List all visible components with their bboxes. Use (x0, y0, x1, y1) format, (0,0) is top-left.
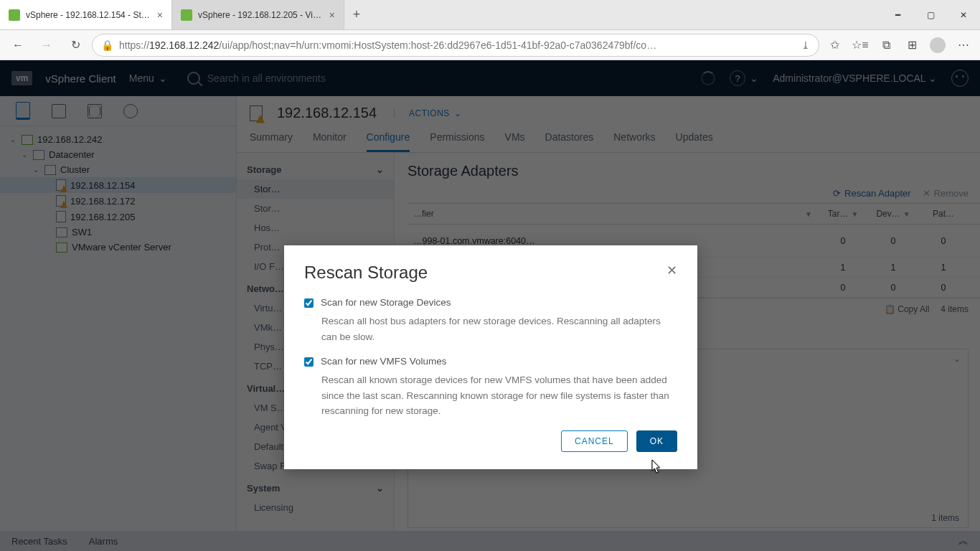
forward-button[interactable]: → (34, 33, 59, 57)
back-button[interactable]: ← (6, 33, 30, 57)
minimize-button[interactable]: ━ (881, 0, 914, 29)
url-input[interactable]: 🔒 https://192.168.12.242/ui/app/host;nav… (92, 34, 819, 57)
ok-button[interactable]: OK (636, 430, 677, 452)
modal-header: Rescan Storage ✕ (304, 263, 677, 283)
close-icon[interactable]: ✕ (666, 263, 677, 278)
app-shell: vm vSphere Client Menu⌄ Search in all en… (0, 60, 980, 551)
refresh-button[interactable]: ↻ (63, 33, 88, 57)
close-button[interactable]: ✕ (947, 0, 980, 29)
scan-devices-checkbox[interactable] (304, 298, 314, 308)
modal-title: Rescan Storage (304, 263, 428, 283)
new-tab-button[interactable]: + (344, 0, 369, 29)
scan-vmfs-checkbox[interactable] (304, 357, 314, 367)
favorite-star-icon[interactable]: ✩ (824, 34, 845, 56)
option-scan-devices[interactable]: Scan for new Storage Devices (304, 297, 677, 308)
lock-icon: 🔒 (101, 39, 113, 51)
modal-body: Scan for new Storage Devices Rescan all … (304, 283, 677, 419)
extensions-icon[interactable]: ⊞ (901, 34, 923, 56)
window-controls: ━ ▢ ✕ (881, 0, 980, 29)
scan-vmfs-label: Scan for new VMFS Volumes (321, 356, 447, 367)
collections-icon[interactable]: ⧉ (875, 34, 897, 56)
scan-vmfs-description: Rescan all known storage devices for new… (304, 372, 677, 419)
address-bar: ← → ↻ 🔒 https://192.168.12.242/ui/app/ho… (0, 30, 980, 60)
modal-actions: CANCEL OK (304, 430, 677, 452)
rescan-storage-dialog: Rescan Storage ✕ Scan for new Storage De… (284, 245, 697, 469)
scan-devices-label: Scan for new Storage Devices (321, 297, 451, 308)
browser-tabs-bar: vSphere - 192.168.12.154 - Stora… × vSph… (0, 0, 980, 30)
url-text: https://192.168.12.242/ui/app/host;nav=h… (119, 39, 796, 51)
favicon-icon (181, 9, 192, 21)
maximize-button[interactable]: ▢ (914, 0, 947, 29)
tab-label: vSphere - 192.168.12.154 - Stora… (26, 10, 151, 20)
scan-devices-description: Rescan all host bus adapters for new sto… (304, 314, 677, 344)
cancel-button[interactable]: CANCEL (561, 430, 628, 452)
option-scan-vmfs[interactable]: Scan for new VMFS Volumes (304, 356, 677, 367)
browser-tab-1[interactable]: vSphere - 192.168.12.205 - Virtu… × (172, 0, 344, 29)
reader-icon[interactable]: ⤓ (801, 39, 810, 51)
close-icon[interactable]: × (329, 9, 335, 21)
favorites-bar-icon[interactable]: ☆≡ (849, 34, 871, 56)
profile-icon[interactable] (927, 34, 948, 56)
favicon-icon (9, 9, 20, 21)
close-icon[interactable]: × (157, 9, 163, 21)
browser-tab-0[interactable]: vSphere - 192.168.12.154 - Stora… × (0, 0, 172, 29)
menu-icon[interactable]: ⋯ (953, 34, 974, 56)
tab-label: vSphere - 192.168.12.205 - Virtu… (198, 10, 324, 20)
